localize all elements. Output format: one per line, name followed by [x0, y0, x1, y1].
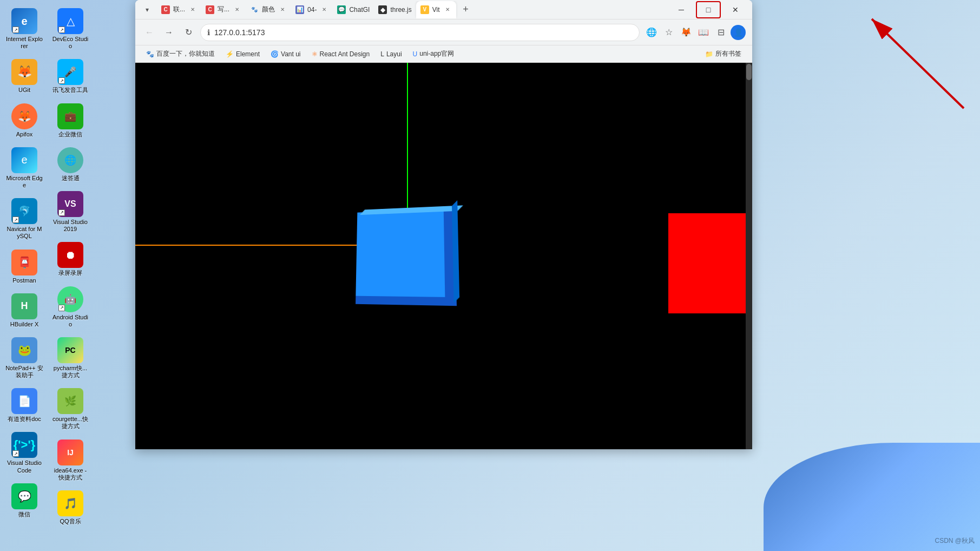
desktop-icon-internet-explorer[interactable]: e ↗ Internet Explorer — [3, 5, 46, 53]
icon-label: 企业微信 — [58, 131, 82, 138]
tab-bar: ▾ C 联... ✕ C 写... ✕ 🐾 颜色 ✕ 📊 — [140, 1, 665, 18]
desktop-icon-idea[interactable]: IJ idea64.exe - 快捷方式 — [49, 437, 92, 484]
bookmark-label: uni-app官网 — [419, 49, 454, 58]
tab-icon-3: 🐾 — [250, 5, 259, 14]
browser-ext-icon[interactable]: 🦊 — [679, 25, 694, 40]
bookmark-icon: U — [413, 50, 418, 58]
minimize-btn[interactable]: ─ — [669, 1, 694, 18]
bookmark-all-folder[interactable]: 📁 所有书签 — [701, 47, 746, 61]
desktop-icon-screen-recorder[interactable]: ⏺ 录屏录屏 — [49, 239, 92, 279]
forward-btn[interactable]: → — [161, 25, 176, 40]
refresh-btn[interactable]: ↻ — [181, 25, 196, 40]
tab-close-3[interactable]: ✕ — [278, 5, 287, 14]
browser-tab-1[interactable]: C 联... ✕ — [157, 1, 201, 18]
desktop-icon-edge[interactable]: e Microsoft Edge — [3, 145, 46, 192]
tab-icon-4: 📊 — [295, 5, 304, 14]
bookmark-element[interactable]: ⚡ Element — [221, 48, 264, 60]
icon-label: NotePad++ 安装助手 — [5, 365, 43, 379]
shortcut-arrow: ↗ — [12, 27, 19, 33]
tab-icon-1: C — [161, 5, 170, 14]
windows-decoration — [764, 443, 980, 551]
desktop-icon-hbuilder[interactable]: H HBuilder X — [3, 291, 46, 331]
svg-line-1 — [872, 19, 964, 108]
bookmark-uniapp[interactable]: U uni-app官网 — [409, 47, 459, 61]
tab-close-2[interactable]: ✕ — [233, 5, 241, 14]
icon-label: DevEco Studio — [51, 36, 89, 50]
bookmark-label: Vant ui — [281, 50, 300, 58]
shortcut-arrow: ↗ — [58, 77, 65, 84]
desktop-icon-pycharm[interactable]: PC pycharm快...捷方式 — [49, 334, 92, 382]
desktop-icon-vscode[interactable]: {'>'} ↗ Visual Studio Code — [3, 429, 46, 476]
tab-label-5: ChatGI — [349, 6, 370, 14]
desktop-icon-navicat[interactable]: 🐬 ↗ Navicat for MySQL — [3, 195, 46, 242]
desktop-icon-vs2019[interactable]: VS ↗ Visual Studio 2019 — [49, 188, 92, 235]
red-arrow-annotation — [791, 0, 980, 124]
icon-label: UGit — [18, 87, 30, 94]
tab-icon-5: 💬 — [337, 5, 346, 14]
tab-icon-2: C — [206, 5, 214, 14]
desktop-icon-meitong[interactable]: 🌐 迷答通 — [49, 145, 92, 185]
icon-label: HBuilder X — [10, 321, 39, 328]
address-bar[interactable]: ℹ 127.0.0.1:5173 — [200, 24, 640, 41]
tab-close-7[interactable]: ✕ — [443, 5, 452, 14]
tab-close-4[interactable]: ✕ — [320, 5, 328, 14]
folder-icon: 📁 — [705, 50, 713, 58]
icon-label: Apifox — [16, 131, 33, 138]
tab-label-6: three.js — [390, 6, 411, 14]
close-btn[interactable]: ✕ — [723, 1, 748, 18]
profile-icon[interactable]: 👤 — [731, 25, 746, 40]
desktop-icon-deveco[interactable]: △ ↗ DevEco Studio — [49, 5, 92, 53]
star-icon[interactable]: ☆ — [661, 25, 676, 40]
icon-label: Visual Studio 2019 — [51, 219, 89, 233]
new-tab-btn[interactable]: + — [458, 2, 473, 17]
icon-label: Microsoft Edge — [5, 175, 43, 189]
back-btn[interactable]: ← — [142, 25, 157, 40]
icon-label: courgette...快捷方式 — [51, 416, 89, 430]
maximize-icon: □ — [706, 5, 711, 14]
tab-close-1[interactable]: ✕ — [188, 5, 197, 14]
tab-label-4: 04- — [307, 6, 317, 14]
bookmark-vant[interactable]: 🌀 Vant ui — [266, 48, 305, 60]
tab-icon-7: V — [420, 5, 429, 14]
icon-label: Android Studio — [51, 314, 89, 328]
browser-tab-2[interactable]: C 写... ✕ — [201, 1, 246, 18]
desktop-icon-courgette[interactable]: 🌿 courgette...快捷方式 — [49, 385, 92, 432]
bookmark-icon: L — [380, 50, 384, 58]
desktop-icon-android-studio[interactable]: 🤖 ↗ Android Studio — [49, 284, 92, 331]
bookmarks-bar: 🐾 百度一下，你就知道 ⚡ Element 🌀 Vant ui ⚛ React … — [135, 45, 752, 63]
browser-tab-6[interactable]: ◆ three.js — [374, 1, 416, 18]
red-rectangle — [668, 213, 752, 313]
scrollbar-thumb[interactable] — [746, 64, 752, 80]
browser-tab-5[interactable]: 💬 ChatGI — [333, 1, 374, 18]
desktop-icon-postman[interactable]: 📮 Postman — [3, 247, 46, 287]
translate-icon[interactable]: 🌐 — [644, 25, 659, 40]
desktop-icon-voice[interactable]: 🎤 ↗ 讯飞发音工具 — [49, 56, 92, 96]
desktop-icon-ugit[interactable]: 🦊 UGit — [3, 56, 46, 96]
icon-label: idea64.exe - 快捷方式 — [51, 467, 89, 481]
browser-tab-3[interactable]: 🐾 颜色 ✕ — [246, 1, 291, 18]
browser-content — [135, 63, 752, 449]
desktop-icon-notepad[interactable]: 🐸 NotePad++ 安装助手 — [3, 334, 46, 382]
bookmark-layui[interactable]: L Layui — [376, 48, 406, 60]
tab-icon-6: ◆ — [378, 5, 387, 14]
desktop-icon-qqmusic[interactable]: 🎵 QQ音乐 — [49, 488, 92, 528]
location-icon: ℹ — [207, 28, 210, 37]
bookmark-react-ant[interactable]: ⚛ React Ant Design — [307, 48, 374, 60]
shortcut-arrow: ↗ — [58, 27, 65, 33]
split-view-icon[interactable]: ⊟ — [713, 25, 728, 40]
desktop-icon-enterprise-wechat[interactable]: 💼 企业微信 — [49, 101, 92, 141]
desktop-icon-youdao[interactable]: 📄 有道资料doc — [3, 385, 46, 425]
browser-tab-4[interactable]: 📊 04- ✕ — [291, 1, 333, 18]
desktop-icon-apifox[interactable]: 🦊 Apifox — [3, 101, 46, 141]
browser-tab-7[interactable]: V Vit ✕ — [416, 1, 456, 18]
read-mode-icon[interactable]: 📖 — [696, 25, 711, 40]
maximize-btn[interactable]: □ — [696, 1, 721, 18]
bookmark-label: Layui — [386, 50, 402, 58]
scrollbar[interactable] — [746, 63, 752, 449]
bookmark-label: 百度一下，你就知道 — [156, 49, 215, 58]
bookmark-baidu[interactable]: 🐾 百度一下，你就知道 — [142, 47, 219, 61]
shortcut-arrow: ↗ — [12, 450, 19, 457]
desktop-icon-wechat[interactable]: 💬 微信 — [3, 481, 46, 521]
tab-dropdown-btn[interactable]: ▾ — [140, 2, 155, 17]
icon-label: Navicat for MySQL — [5, 226, 43, 240]
